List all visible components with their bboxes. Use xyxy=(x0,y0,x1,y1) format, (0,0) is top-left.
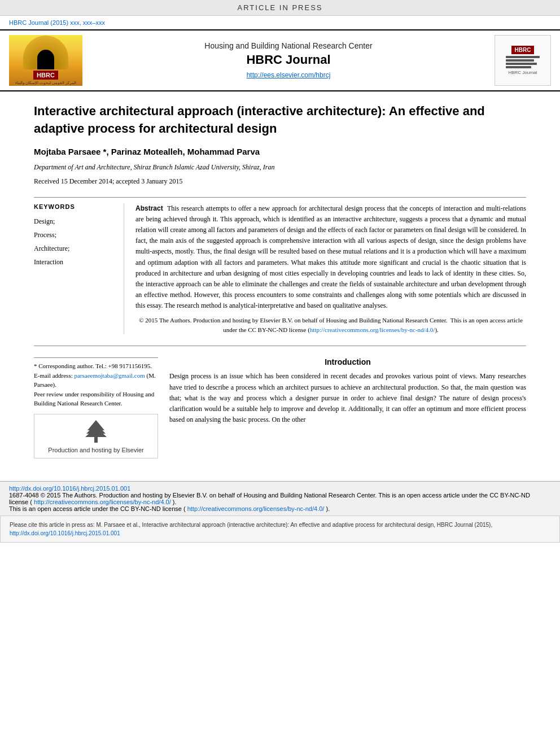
footnotes-column: * Corresponding author. Tel.: +98 917115… xyxy=(34,357,158,458)
doi-link[interactable]: http://dx.doi.org/10.1016/j.hbrcj.2015.0… xyxy=(9,485,130,492)
hbrc-badge: HBRC xyxy=(511,46,535,54)
keyword-2: Process; xyxy=(34,228,118,242)
divider-top xyxy=(34,197,526,198)
abstract-copyright: © 2015 The Authors. Production and hosti… xyxy=(135,316,526,334)
hbrc-journal-small: HBRC Journal xyxy=(508,70,537,75)
journal-center-info: Housing and Building National Research C… xyxy=(94,37,483,84)
this-word: This is an open access article under the… xyxy=(9,505,186,512)
divider-bottom xyxy=(34,346,526,346)
two-column-section: * Corresponding author. Tel.: +98 917115… xyxy=(34,357,526,458)
license-close: ). xyxy=(173,499,177,505)
keyword-3: Architecture; xyxy=(34,242,118,255)
keywords-column: KEYWORDS Design; Process; Architecture; … xyxy=(34,203,124,335)
abstract-body: This research attempts to offer a new ap… xyxy=(135,204,526,310)
institution-name: Housing and Building National Research C… xyxy=(94,41,483,50)
hbrc-logo-right: HBRC HBRC Journal xyxy=(495,35,551,86)
rights-text: 1687-4048 © 2015 The Authors. Production… xyxy=(9,492,377,499)
paren-close: ). xyxy=(326,505,330,512)
cc-link[interactable]: http://creativecommons.org/licenses/by-n… xyxy=(310,326,435,333)
abstract-text: Abstract This research attempts to offer… xyxy=(135,203,526,312)
introduction-text: Design process is an issue which has bee… xyxy=(169,371,526,425)
journal-header: HBRC المركز القومى لبحوث الإسكان والبناء… xyxy=(0,29,560,91)
hbrc-logo-left: HBRC المركز القومى لبحوث الإسكان والبناء xyxy=(9,35,82,86)
line-4 xyxy=(506,66,531,68)
introduction-heading: Introduction xyxy=(169,357,526,366)
license-link[interactable]: http://creativecommons.org/licenses/by-n… xyxy=(34,499,171,505)
arch-decoration xyxy=(23,36,68,69)
elsevier-caption: Production and hosting by Elsevier xyxy=(48,447,143,453)
article-title: Interactive architectural approach (inte… xyxy=(34,103,526,138)
affiliation: Department of Art and Architecture, Shir… xyxy=(34,163,526,172)
elsevier-tree-icon xyxy=(82,419,110,444)
main-content: Interactive architectural approach (inte… xyxy=(0,91,560,470)
corresponding-author-footnote: * Corresponding author. Tel.: +98 917115… xyxy=(34,357,158,408)
citation-box: Please cite this article in press as: M.… xyxy=(0,516,560,543)
citation-text: Please cite this article in press as: M.… xyxy=(10,522,492,528)
hbrc-logo-text: HBRC xyxy=(33,71,58,80)
journal-url[interactable]: http://ees.elsevier.com/hbrcj xyxy=(247,71,331,79)
email-link[interactable]: parsaeemojtaba@gmail.com xyxy=(74,372,145,379)
abstract-column: Abstract This research attempts to offer… xyxy=(135,203,526,335)
journal-lines-decoration xyxy=(506,56,540,68)
license-link-2[interactable]: http://creativecommons.org/licenses/by-n… xyxy=(187,505,325,512)
keywords-label: KEYWORDS xyxy=(34,203,118,210)
received-dates: Received 15 December 2014; accepted 3 Ja… xyxy=(34,177,526,186)
citation-doi-link[interactable]: http://dx.doi.org/10.1016/j.hbrcj.2015.0… xyxy=(10,530,120,536)
keywords-list: Design; Process; Architecture; Interacti… xyxy=(34,215,118,269)
keyword-1: Design; xyxy=(34,215,118,228)
line-3 xyxy=(506,63,537,65)
article-in-press-banner: ARTICLE IN PRESS xyxy=(0,0,560,16)
top-citation: HBRC Journal (2015) xxx, xxx–xxx xyxy=(0,16,560,29)
journal-name: HBRC Journal xyxy=(94,53,483,67)
line-2 xyxy=(506,59,534,62)
line-1 xyxy=(506,56,540,58)
abstract-section: KEYWORDS Design; Process; Architecture; … xyxy=(34,203,526,335)
peer-review-text: Peer review under responsibility of Hous… xyxy=(34,391,154,407)
email-label: E-mail address: xyxy=(34,372,73,379)
abstract-label: Abstract xyxy=(135,204,163,212)
keyword-4: Interaction xyxy=(34,255,118,269)
elsevier-logo-box: Production and hosting by Elsevier xyxy=(34,414,158,458)
arabic-logo-text: المركز القومى لبحوث الإسكان والبناء xyxy=(15,81,76,85)
doi-bar: http://dx.doi.org/10.1016/j.hbrcj.2015.0… xyxy=(0,481,560,516)
corresponding-text: * Corresponding author. Tel.: +98 917115… xyxy=(34,362,152,369)
introduction-column: Introduction Design process is an issue … xyxy=(169,357,526,458)
authors: Mojtaba Parsaee *, Parinaz Motealleh, Mo… xyxy=(34,147,526,156)
